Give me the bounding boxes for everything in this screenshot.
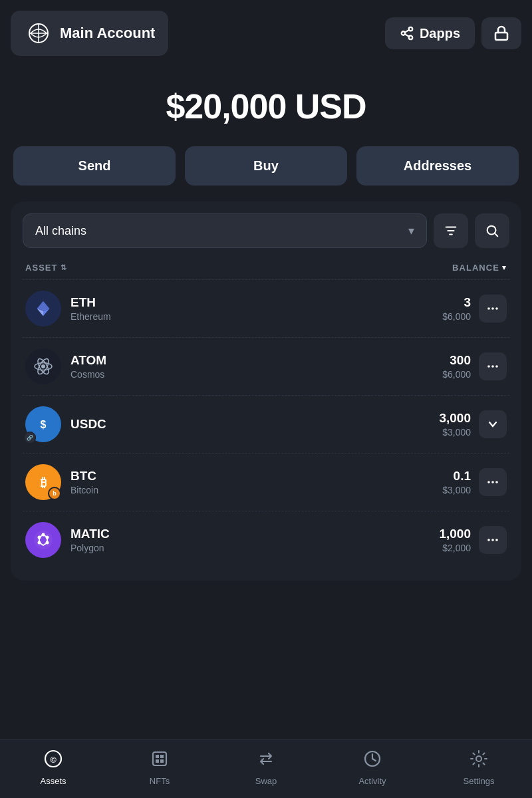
header: Main Account Dapps	[0, 0, 532, 66]
chevron-down-icon: ▾	[408, 223, 414, 238]
btc-info: BTC Bitcoin	[70, 469, 442, 495]
header-right-buttons: Dapps	[385, 17, 521, 49]
send-button[interactable]: Send	[13, 146, 176, 186]
atom-icon	[25, 348, 61, 384]
nav-item-assets[interactable]: © Assets	[27, 749, 80, 786]
swap-nav-icon	[257, 749, 275, 772]
svg-rect-46	[153, 752, 166, 765]
usdc-info: USDC	[70, 417, 439, 432]
asset-column-header: ASSET ⇅	[25, 263, 67, 273]
assets-nav-label: Assets	[40, 776, 66, 786]
svg-line-8	[405, 30, 409, 33]
balance-sort-icon: ▾	[502, 263, 507, 272]
activity-nav-label: Activity	[358, 776, 386, 786]
share-icon	[400, 26, 414, 41]
svg-rect-48	[160, 755, 164, 758]
balance-section: $20,000 USD	[0, 66, 532, 140]
atom-more-button[interactable]	[479, 352, 507, 380]
table-row[interactable]: ₿ b BTC Bitcoin 0.1 $3,000	[23, 453, 509, 511]
table-row[interactable]: ATOM Cosmos 300 $6,000	[23, 337, 509, 395]
svg-point-36	[46, 536, 49, 539]
btc-more-button[interactable]	[479, 468, 507, 496]
svg-point-18	[487, 307, 490, 310]
btc-icon-wrap: ₿ b	[25, 464, 61, 500]
addresses-button[interactable]: Addresses	[356, 146, 519, 186]
matic-icon-wrap	[25, 522, 61, 558]
svg-point-19	[491, 307, 494, 310]
usdc-link-icon: 🔗	[24, 432, 36, 444]
atom-info: ATOM Cosmos	[70, 353, 442, 380]
buy-button[interactable]: Buy	[185, 146, 347, 186]
eth-info: ETH Ethereum	[70, 295, 442, 322]
svg-point-38	[38, 536, 41, 539]
chain-filter-row: All chains ▾	[23, 213, 509, 248]
nav-item-settings[interactable]: Settings	[452, 749, 505, 786]
search-button[interactable]	[475, 213, 509, 248]
svg-point-41	[487, 539, 490, 541]
nav-item-swap[interactable]: Swap	[239, 749, 293, 786]
eth-balance: 3 $6,000	[442, 295, 471, 322]
asset-sort-icon: ⇅	[61, 263, 67, 272]
nfts-nav-label: NFTs	[150, 776, 170, 786]
svg-text:$: $	[41, 419, 47, 430]
filter-button[interactable]	[434, 213, 468, 248]
balance-amount: $20,000 USD	[13, 86, 519, 126]
account-icon	[24, 19, 53, 48]
chain-selector-label: All chains	[35, 224, 86, 238]
dapps-button[interactable]: Dapps	[385, 17, 475, 49]
svg-point-42	[491, 539, 494, 541]
matic-balance: 1,000 $2,000	[439, 527, 471, 553]
svg-point-43	[495, 539, 498, 541]
usdc-expand-button[interactable]	[479, 410, 507, 438]
chain-selector[interactable]: All chains ▾	[23, 213, 427, 248]
svg-point-25	[487, 365, 490, 368]
svg-point-33	[495, 481, 498, 483]
svg-line-14	[495, 233, 497, 236]
atom-icon-wrap	[25, 348, 61, 384]
lock-button[interactable]	[481, 17, 521, 49]
svg-rect-49	[156, 759, 159, 763]
nav-item-nfts[interactable]: NFTs	[133, 749, 186, 786]
more-dots-icon	[487, 360, 499, 372]
action-buttons: Send Buy Addresses	[0, 140, 532, 201]
matic-info: MATIC Polygon	[70, 527, 439, 553]
svg-point-21	[41, 364, 45, 368]
svg-text:₿: ₿	[41, 476, 47, 489]
nfts-nav-icon	[150, 749, 169, 772]
eth-more-button[interactable]	[479, 295, 507, 323]
settings-nav-icon	[469, 749, 488, 772]
assets-nav-icon: ©	[44, 749, 63, 772]
dapps-label: Dapps	[420, 26, 460, 41]
matic-more-button[interactable]	[479, 526, 507, 554]
matic-icon	[25, 522, 61, 558]
svg-line-53	[372, 759, 376, 761]
bottom-navigation: © Assets NFTs Swap	[0, 739, 532, 798]
svg-point-54	[476, 756, 481, 761]
lock-icon	[493, 25, 509, 41]
svg-rect-47	[156, 755, 159, 758]
svg-point-31	[487, 481, 490, 483]
nav-item-activity[interactable]: Activity	[346, 749, 399, 786]
table-header: ASSET ⇅ BALANCE ▾	[23, 259, 509, 279]
svg-point-39	[38, 541, 41, 545]
usdc-balance: 3,000 $3,000	[439, 411, 471, 438]
svg-point-37	[46, 541, 49, 545]
table-row[interactable]: ETH Ethereum 3 $6,000	[23, 279, 509, 337]
table-row[interactable]: MATIC Polygon 1,000 $2,000	[23, 511, 509, 569]
balance-column-header: BALANCE ▾	[452, 263, 507, 273]
assets-panel: All chains ▾ ASSET ⇅ BALANCE ▾	[11, 201, 521, 581]
filter-icon	[444, 223, 458, 238]
svg-text:©: ©	[50, 755, 57, 765]
svg-point-32	[491, 481, 494, 483]
activity-nav-icon	[363, 749, 382, 772]
usdc-icon-wrap: $ 3 🔗	[25, 406, 61, 442]
atom-balance: 300 $6,000	[442, 353, 471, 380]
eth-icon	[25, 291, 61, 327]
account-button[interactable]: Main Account	[11, 11, 168, 56]
chevron-down-icon	[487, 418, 499, 430]
eth-icon-wrap	[25, 291, 61, 327]
settings-nav-label: Settings	[464, 776, 495, 786]
more-dots-icon	[487, 303, 499, 315]
svg-rect-9	[495, 33, 507, 40]
table-row[interactable]: $ 3 🔗 USDC 3,000 $3,000	[23, 395, 509, 453]
